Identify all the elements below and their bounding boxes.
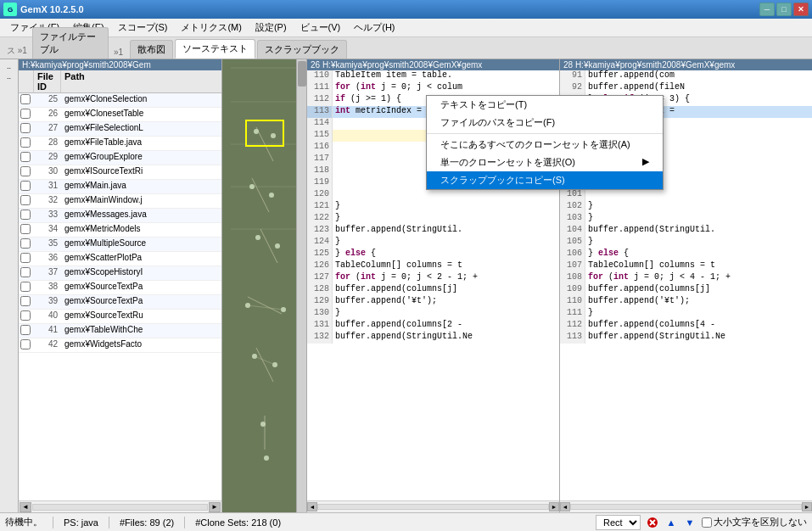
sidebar-dots2[interactable]: .. [6,71,12,81]
table-row[interactable]: 35 gemx¥MultipleSource [19,238,221,252]
table-row[interactable]: 37 gemx¥ScopeHistoryI [19,266,221,281]
sp1-scroll-right[interactable]: ► [549,502,559,511]
menu-view[interactable]: ビュー(V) [294,20,348,36]
sp1-scroll-track[interactable] [317,504,549,510]
left-panel-tab[interactable]: ファイルテーブル [32,27,109,59]
sp2-scroll-right[interactable]: ► [802,502,812,511]
sidebar-dots[interactable]: .. [6,61,12,71]
case-sensitive-label[interactable]: 大小文字を区別しない [702,516,807,528]
scatter-svg [222,59,307,512]
submenu-arrow-icon: ▶ [642,156,649,169]
row-check[interactable] [20,210,31,220]
row-check[interactable] [20,152,31,162]
menu-settings[interactable]: 設定(P) [249,20,294,36]
maximize-button[interactable]: □ [776,3,792,16]
scroll-right[interactable]: ► [209,502,221,512]
sp2-hscroll[interactable]: ◄ ► [560,500,812,512]
table-row[interactable]: 34 gemx¥MetricModels [19,223,221,238]
tab-scrapbook[interactable]: スクラップブック [257,40,347,59]
row-check[interactable] [20,325,31,335]
context-menu-item-select-all-clonesets[interactable]: そこにあるすべてのクローンセットを選択(A) [427,136,663,154]
row-check[interactable] [20,253,31,263]
sp1-scroll-left[interactable]: ◄ [307,502,317,511]
header-id: File ID [34,70,61,92]
table-row[interactable]: 42 gemx¥WidgetsFacto [19,338,221,353]
table-row[interactable]: 38 gemx¥SourceTextPa [19,281,221,295]
scroll-left[interactable]: ◄ [20,502,31,512]
table-row[interactable]: 32 gemx¥MainWindow.j [19,194,221,209]
scroll-thumb[interactable] [32,504,208,511]
case-sensitive-text: 大小文字を区別しない [714,516,807,528]
row-check[interactable] [20,296,31,306]
up-arrow-icon[interactable]: ▲ [664,516,678,529]
table-row[interactable]: 41 gemx¥TableWithChe [19,324,221,338]
table-row[interactable]: 29 gemx¥GroupExplore [19,151,221,165]
code-line: 111 } [560,308,812,320]
tab-source[interactable]: ソーステキスト [175,39,255,59]
context-menu: テキストをコピー(T) ファイルのパスをコピー(F) そこにあるすべてのクローン… [426,95,664,190]
menu-scope[interactable]: スコープ(S) [111,20,175,36]
table-row[interactable]: 28 gemx¥FileTable.java [19,137,221,151]
row-check[interactable] [20,181,31,191]
table-row[interactable]: 36 gemx¥ScatterPlotPa [19,252,221,266]
row-check[interactable] [20,267,31,277]
file-table-rows: 25 gemx¥CloneSelection 26 gemx¥ClonesetT… [19,93,221,500]
table-row[interactable]: 39 gemx¥SourceTextPa [19,295,221,310]
code-line: 91 buffer.append(com [560,70,812,82]
menu-metrics[interactable]: メトリクス(M) [174,20,249,36]
table-row[interactable]: 40 gemx¥SourceTextRu [19,310,221,324]
down-arrow-icon[interactable]: ▼ [683,516,697,529]
minimize-button[interactable]: ─ [759,3,775,16]
menu-help[interactable]: ヘルプ(H) [347,20,401,36]
code-line: 104 buffer.append(StringUtil. [560,225,812,237]
sp2-scroll-left[interactable]: ◄ [560,502,570,511]
row-check[interactable] [20,109,31,119]
row-check[interactable] [20,166,31,176]
left-panel-hscroll[interactable]: ◄ ► [19,500,221,512]
path-bar: H:¥kamiya¥prog¥smith2008¥Gem [19,59,221,70]
row-check[interactable] [20,310,31,321]
sp1-hscroll[interactable]: ◄ ► [307,500,559,512]
table-row[interactable]: 33 gemx¥Messages.java [19,209,221,223]
row-check[interactable] [20,238,31,249]
status-ps: PS: java [64,517,98,528]
sidebar-narrow: .. .. [0,59,19,512]
scatter-vscroll[interactable] [296,59,306,512]
table-row[interactable]: 31 gemx¥Main.java [19,180,221,194]
table-row[interactable]: 26 gemx¥ClonesetTable [19,108,221,122]
app-title: GemX 10.2.5.0 [20,4,84,14]
table-row[interactable]: 30 gemx¥ISourceTextRi [19,165,221,180]
submenu-label: 単一のクローンセットを選択(O) [440,156,575,169]
table-row[interactable]: 25 gemx¥CloneSelection [19,93,221,108]
code-line: 125 } else { [307,249,559,260]
svg-point-23 [260,422,266,427]
svg-point-16 [269,193,274,198]
case-sensitive-checkbox[interactable] [702,517,712,528]
code-line: 124 } [307,237,559,249]
delete-icon[interactable] [646,516,659,529]
row-check[interactable] [20,224,31,234]
header-check [19,70,34,92]
row-check[interactable] [20,137,31,148]
context-menu-item-copy-text[interactable]: テキストをコピー(T) [427,96,663,114]
rect-select[interactable]: Rect [596,515,641,530]
code-line: 123 buffer.append(StringUtil. [307,225,559,237]
context-menu-item-copy-scrapbook[interactable]: スクラップブックにコピー(S) [427,171,663,189]
tab-scatter[interactable]: 散布図 [130,40,173,59]
row-check[interactable] [20,339,31,349]
row-check[interactable] [20,282,31,292]
row-check[interactable] [20,123,31,133]
scatter-scroll-thumb[interactable] [298,61,306,87]
table-row[interactable]: 27 gemx¥FileSelectionL [19,122,221,137]
context-menu-item-select-single-cloneset[interactable]: 単一のクローンセットを選択(O) ▶ [427,154,663,171]
content-area: .. .. H:¥kamiya¥prog¥smith2008¥Gem File … [0,59,812,512]
code-line: 107 TableColumn[] columns = t [560,260,812,272]
row-check[interactable] [20,195,31,205]
row-check[interactable] [20,94,31,104]
tab-pin[interactable]: ス »1 [3,43,31,59]
code-line: 109 buffer.append(columns[j] [560,284,812,296]
sp2-scroll-track[interactable] [570,504,802,510]
context-menu-item-copy-path[interactable]: ファイルのパスをコピー(F) [427,114,663,131]
code-line: 101 [560,189,812,201]
close-button[interactable]: ✕ [793,3,809,16]
